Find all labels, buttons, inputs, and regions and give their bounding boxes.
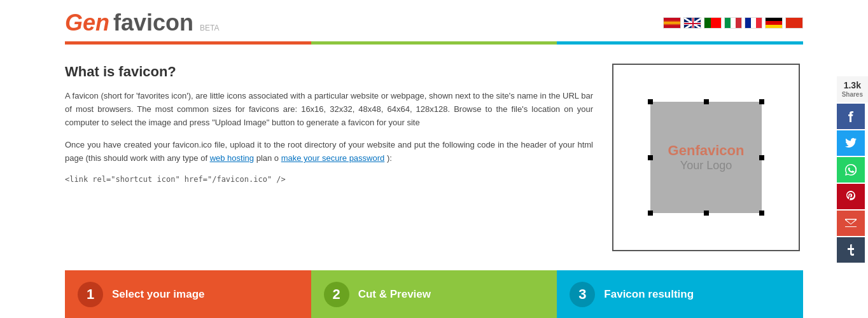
secure-password-link[interactable]: make your secure password bbox=[281, 153, 385, 163]
handle-tc[interactable] bbox=[704, 99, 709, 104]
step-2-circle: 2 bbox=[324, 282, 349, 307]
flag-de[interactable] bbox=[765, 17, 783, 29]
whatsapp-share-button[interactable] bbox=[837, 157, 865, 183]
header: Genfavicon BETA bbox=[65, 0, 803, 45]
flag-fr[interactable] bbox=[745, 17, 762, 29]
right-column: Genfavicon Your Logo bbox=[612, 64, 803, 251]
left-column: What is favicon? A favicon (short for 'f… bbox=[65, 64, 593, 251]
svg-rect-6 bbox=[684, 23, 701, 24]
twitter-share-button[interactable] bbox=[837, 130, 865, 156]
logo-favicon: favicon bbox=[113, 10, 193, 36]
shares-label: Shares bbox=[842, 91, 863, 99]
handle-mr[interactable] bbox=[759, 155, 764, 160]
logo-area: Genfavicon BETA bbox=[65, 10, 220, 36]
handle-bc[interactable] bbox=[704, 211, 709, 216]
step-3[interactable]: 3 Favicon resulting bbox=[557, 270, 803, 318]
handle-tr[interactable] bbox=[759, 99, 764, 104]
step-3-circle: 3 bbox=[570, 282, 595, 307]
code-snippet: <link rel="shortcut icon" href="/favicon… bbox=[65, 175, 593, 184]
stripe-blue bbox=[557, 41, 803, 45]
description-1: A favicon (short for 'favorites icon'), … bbox=[65, 90, 593, 129]
preview-box: Genfavicon Your Logo bbox=[612, 64, 800, 251]
steps-bar: 1 Select your image 2 Cut & Preview 3 Fa… bbox=[65, 270, 803, 318]
logo-gen: Gen bbox=[65, 10, 109, 36]
tumblr-share-button[interactable] bbox=[837, 237, 865, 263]
page-title: What is favicon? bbox=[65, 64, 593, 80]
facebook-share-button[interactable] bbox=[837, 104, 865, 129]
step-1[interactable]: 1 Select your image bbox=[65, 270, 311, 318]
description-2: Once you have created your favicon.ico f… bbox=[65, 139, 593, 165]
preview-inner: Genfavicon Your Logo bbox=[650, 102, 762, 213]
preview-logo-text: Genfavicon bbox=[668, 142, 745, 159]
step-1-circle: 1 bbox=[78, 282, 103, 307]
handle-tl[interactable] bbox=[648, 99, 653, 104]
description-2-mid: plan o bbox=[256, 153, 281, 163]
step-1-number: 1 bbox=[87, 286, 94, 303]
header-inner: Genfavicon BETA bbox=[65, 10, 803, 36]
flag-pt[interactable] bbox=[704, 17, 722, 29]
web-hosting-link[interactable]: web hosting bbox=[210, 153, 254, 163]
handle-ml[interactable] bbox=[648, 155, 653, 160]
step-3-label: Favicon resulting bbox=[604, 288, 694, 301]
step-1-label: Select your image bbox=[112, 288, 205, 301]
page-wrapper: Genfavicon BETA bbox=[52, 0, 816, 318]
social-sidebar: 1.3k Shares bbox=[837, 76, 868, 263]
flag-zh[interactable] bbox=[785, 17, 803, 29]
stripe-green bbox=[311, 41, 557, 45]
pinterest-share-button[interactable] bbox=[837, 184, 865, 209]
description-2-end: ): bbox=[387, 153, 392, 163]
email-share-button[interactable] bbox=[837, 211, 865, 236]
step-2[interactable]: 2 Cut & Preview bbox=[311, 270, 557, 318]
handle-br[interactable] bbox=[759, 211, 764, 216]
step-2-label: Cut & Preview bbox=[358, 288, 431, 301]
flag-es[interactable] bbox=[663, 17, 681, 29]
step-2-number: 2 bbox=[333, 286, 340, 303]
flag-en[interactable] bbox=[683, 17, 701, 29]
handle-bl[interactable] bbox=[648, 211, 653, 216]
step-3-number: 3 bbox=[578, 286, 586, 303]
logo-beta: BETA bbox=[200, 24, 219, 32]
social-count: 1.3k Shares bbox=[837, 76, 868, 102]
preview-your-logo: Your Logo bbox=[680, 159, 732, 172]
main-content: What is favicon? A favicon (short for 'f… bbox=[65, 45, 803, 264]
stripe-orange bbox=[65, 41, 311, 45]
language-flags bbox=[663, 17, 803, 29]
share-count: 1.3k bbox=[844, 80, 861, 90]
flag-it[interactable] bbox=[724, 17, 742, 29]
nav-stripes bbox=[65, 41, 803, 45]
